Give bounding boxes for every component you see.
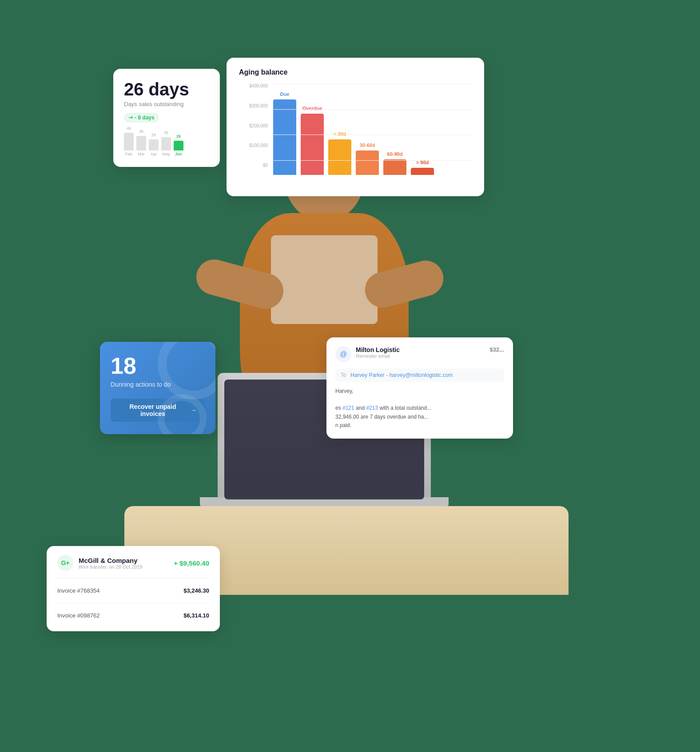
- dso-badge-value: - 9 days: [135, 115, 155, 121]
- chart-bars-area: Due Overdue < 30d 30-60: [273, 83, 472, 186]
- email-recipient: Harvey Parker - harvey@miltonlogistic.co…: [350, 372, 453, 378]
- arrow-right-icon: →: [191, 407, 197, 414]
- company-logo: G+: [57, 555, 73, 571]
- bar-due: Due: [273, 91, 296, 177]
- invoice-link-121: #121: [342, 405, 354, 411]
- chart-bar-jun: 26 Jun: [174, 134, 183, 156]
- recover-invoices-button[interactable]: Recover unpaid invoices →: [111, 399, 205, 422]
- bar-30d: < 30d: [328, 131, 351, 177]
- chart-bar-may: 35 May: [161, 131, 171, 156]
- invoice-amount-1: $3,246.30: [183, 587, 209, 594]
- grid-line-2: [273, 109, 472, 110]
- payment-card: G+ McGill & Company Wire transfer, on 28…: [47, 546, 220, 631]
- dso-card: 26 days Days sales outstanding ↗ - 9 day…: [113, 69, 220, 167]
- aging-card-title: Aging balance: [239, 68, 472, 76]
- grid-line-3: [273, 135, 472, 135]
- dso-value: 26 days: [124, 79, 209, 99]
- email-body: Harvey, es #121 and #213 with a total ou…: [335, 387, 504, 430]
- payment-company-info: McGill & Company Wire transfer, on 28 Oc…: [79, 557, 174, 570]
- y-axis: $400,000 $300,000 $200,000 $100,000 $0: [239, 83, 268, 177]
- email-to-label: To: [341, 372, 346, 378]
- invoice-row-1: Invoice #768354 $3,246.30: [57, 584, 209, 598]
- dso-mini-chart: 46 Feb 38 Mar 29 Apr 35 May 26 Jun: [124, 130, 209, 156]
- email-body-text: es #121 and #213 with a total outstand..…: [335, 404, 504, 430]
- dso-badge: ↗ - 9 days: [124, 113, 159, 123]
- payment-details: Wire transfer, on 28 Oct 2019: [79, 564, 174, 570]
- payment-total-amount: + $9,560.40: [174, 559, 209, 567]
- chart-bar-apr: 29 Apr: [149, 133, 159, 156]
- email-company-info: Milton Logistic Reminder email: [356, 346, 489, 359]
- email-at-icon: @: [335, 346, 351, 362]
- invoice-amount-2: $6,314.10: [183, 612, 209, 619]
- email-to-row: To Harvey Parker - harvey@miltonlogistic…: [335, 368, 504, 382]
- chart-bar-mar: 38 Mar: [136, 129, 146, 156]
- invoice-number-2: Invoice #098762: [57, 612, 99, 619]
- bar-30-60d: 30-60d: [356, 142, 379, 177]
- email-amount: $32...: [489, 346, 504, 353]
- bar-overdue: Overdue: [301, 106, 324, 177]
- dunning-subtitle: Dunning actions to do: [111, 381, 205, 388]
- payment-divider: [57, 578, 209, 578]
- invoice-row-2: Invoice #098762 $6,314.10: [57, 609, 209, 622]
- email-card: @ Milton Logistic Reminder email $32... …: [326, 337, 513, 439]
- invoice-link-213: #213: [366, 405, 378, 411]
- invoice-divider: [57, 603, 209, 603]
- payment-company-name: McGill & Company: [79, 557, 174, 564]
- aging-balance-card: Aging balance $400,000 $300,000 $200,000…: [227, 58, 484, 196]
- invoice-number-1: Invoice #768354: [57, 587, 99, 594]
- chart-bar-feb: 46 Feb: [124, 126, 134, 156]
- bar-60-90d: 60-90d: [383, 151, 406, 177]
- grid-line-1: [273, 83, 472, 84]
- dunning-card: 18 Dunning actions to do Recover unpaid …: [100, 342, 215, 434]
- grid-line-4: [273, 160, 472, 161]
- email-header: @ Milton Logistic Reminder email $32...: [335, 346, 504, 362]
- dso-subtitle: Days sales outstanding: [124, 101, 209, 107]
- logo-text: G+: [61, 559, 69, 566]
- email-type-label: Reminder email: [356, 353, 489, 359]
- recover-button-label: Recover unpaid invoices: [119, 403, 187, 417]
- email-salutation: Harvey,: [335, 387, 504, 396]
- email-company-name: Milton Logistic: [356, 346, 489, 353]
- arrow-up-icon: ↗: [127, 114, 135, 122]
- dunning-number: 18: [111, 354, 205, 377]
- payment-header: G+ McGill & Company Wire transfer, on 28…: [57, 555, 209, 571]
- bar-90d-plus: > 90d: [411, 160, 434, 177]
